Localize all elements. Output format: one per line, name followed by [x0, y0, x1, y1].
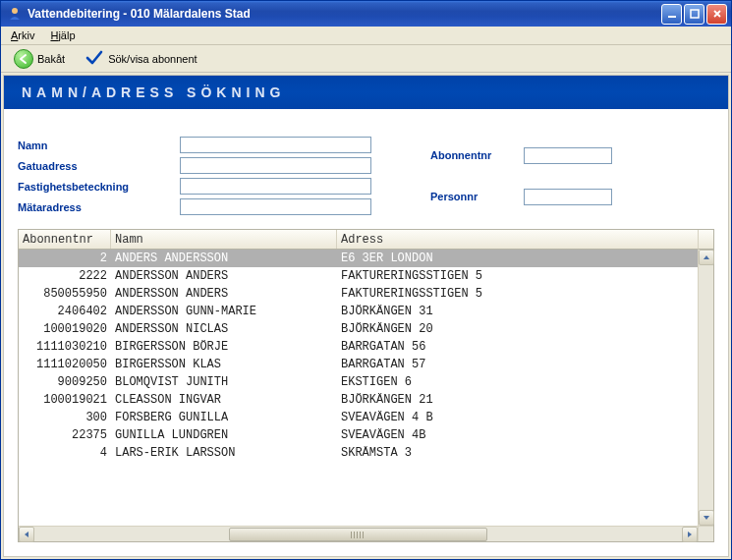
toolbar: Bakåt Sök/visa abonnent [1, 45, 731, 73]
cell-adress: E6 3ER LONDON [337, 252, 698, 265]
table-row[interactable]: 4LARS-ERIK LARSSONSKRÅMSTA 3 [19, 444, 698, 462]
personnr-input[interactable] [524, 189, 612, 205]
svg-rect-2 [691, 10, 699, 18]
table-row[interactable]: 2406402ANDERSSON GUNN-MARIEBJÖRKÄNGEN 31 [19, 303, 698, 320]
cell-abonnentnr: 4 [19, 446, 111, 460]
close-button[interactable] [706, 4, 727, 25]
cell-abonnentnr: 850055950 [19, 287, 111, 301]
cell-abonnentnr: 2 [19, 252, 111, 265]
abonnentnr-input[interactable] [524, 147, 612, 164]
cell-namn: BIRGERSSON KLAS [111, 358, 337, 371]
minimize-button[interactable] [661, 4, 682, 25]
menubar: Arkiv Hjälp [1, 27, 731, 45]
cell-adress: FAKTURERINGSSTIGEN 5 [337, 269, 698, 283]
menu-arkiv[interactable]: Arkiv [5, 28, 40, 42]
namn-input[interactable] [180, 137, 371, 153]
table-row[interactable]: 300FORSBERG GUNILLASVEAVÄGEN 4 B [19, 409, 698, 426]
col-namn[interactable]: Namn [111, 230, 337, 249]
cell-namn: ANDERSSON GUNN-MARIE [111, 305, 337, 318]
scroll-up-button[interactable] [699, 250, 714, 265]
table-row[interactable]: 1111020050BIRGERSSON KLASBARRGATAN 57 [19, 356, 698, 373]
table-row[interactable]: 100019021CLEASSON INGVARBJÖRKÄNGEN 21 [19, 391, 698, 409]
cell-namn: CLEASSON INGVAR [111, 393, 337, 407]
cell-abonnentnr: 2222 [19, 269, 111, 283]
cell-adress: SVEAVÄGEN 4B [337, 428, 698, 442]
table-row[interactable]: 2222ANDERSSON ANDERSFAKTURERINGSSTIGEN 5 [19, 267, 698, 285]
abonnentnr-label: Abonnentnr [430, 149, 514, 161]
cell-adress: BJÖRKÄNGEN 31 [337, 305, 698, 318]
cell-namn: ANDERSSON ANDERS [111, 269, 337, 283]
form-right-column: Abonnentnr Personnr [430, 137, 612, 215]
horizontal-scrollbar[interactable] [19, 526, 698, 541]
matar-input[interactable] [180, 198, 371, 215]
scroll-left-button[interactable] [19, 527, 34, 542]
page-title: NAMN/ADRESS SÖKNING [4, 76, 728, 109]
cell-abonnentnr: 22375 [19, 428, 111, 442]
table-row[interactable]: 22375GUNILLA LUNDGRENSVEAVÄGEN 4B [19, 426, 698, 444]
check-icon [84, 48, 104, 70]
scroll-right-button[interactable] [682, 527, 698, 542]
results-table: Abonnentnr Namn Adress 2ANDERS ANDERSSON… [18, 229, 714, 542]
back-button[interactable]: Bakåt [7, 46, 72, 72]
search-subscriber-button[interactable]: Sök/visa abonnent [78, 45, 204, 73]
table-body: 2ANDERS ANDERSSONE6 3ER LONDON2222ANDERS… [19, 250, 698, 526]
cell-abonnentnr: 100019021 [19, 393, 111, 407]
cell-adress: BJÖRKÄNGEN 21 [337, 393, 698, 407]
cell-namn: ANDERSSON ANDERS [111, 287, 337, 301]
table-header: Abonnentnr Namn Adress [19, 230, 698, 250]
gatuadress-input[interactable] [180, 157, 371, 174]
menu-hjalp[interactable]: Hjälp [44, 28, 81, 42]
fastighet-input[interactable] [180, 178, 371, 195]
table-row[interactable]: 2ANDERS ANDERSSONE6 3ER LONDON [19, 250, 698, 267]
window-buttons [661, 4, 727, 25]
app-icon [7, 6, 23, 22]
cell-adress: SVEAVÄGEN 4 B [337, 411, 698, 424]
cell-namn: BIRGERSSON BÖRJE [111, 340, 337, 354]
cell-namn: FORSBERG GUNILLA [111, 411, 337, 424]
cell-abonnentnr: 1111030210 [19, 340, 111, 354]
maximize-button[interactable] [684, 4, 704, 25]
gatuadress-label: Gatuadress [18, 160, 170, 172]
vscroll-track[interactable] [699, 265, 713, 510]
cell-adress: SKRÅMSTA 3 [337, 446, 698, 460]
cell-adress: BARRGATAN 56 [337, 340, 698, 354]
cell-adress: EKSTIGEN 6 [337, 375, 698, 389]
search-form: Namn Gatuadress Fastighetsbeteckning Mät… [4, 109, 728, 225]
cell-abonnentnr: 9009250 [19, 375, 111, 389]
svg-point-0 [12, 8, 18, 14]
cell-abonnentnr: 300 [19, 411, 111, 424]
cell-namn: LARS-ERIK LARSSON [111, 446, 337, 460]
col-adress[interactable]: Adress [337, 230, 698, 249]
table-row[interactable]: 850055950ANDERSSON ANDERSFAKTURERINGSSTI… [19, 285, 698, 303]
grip-icon [351, 532, 365, 538]
back-icon [14, 49, 33, 69]
scroll-corner-bottom [698, 526, 713, 541]
cell-abonnentnr: 2406402 [19, 305, 111, 318]
cell-namn: ANDERSSON NICLAS [111, 322, 337, 336]
table-row[interactable]: 100019020ANDERSSON NICLASBJÖRKÄNGEN 20 [19, 320, 698, 338]
scroll-down-button[interactable] [699, 510, 714, 526]
table-row[interactable]: 9009250BLOMQVIST JUNITHEKSTIGEN 6 [19, 373, 698, 391]
titlebar: Vattendebitering - 010 Mälardalens Stad [1, 1, 731, 27]
table-row[interactable]: 1111030210BIRGERSSON BÖRJEBARRGATAN 56 [19, 338, 698, 356]
back-label: Bakåt [37, 53, 65, 65]
application-window: Vattendebitering - 010 Mälardalens Stad … [0, 0, 732, 560]
scroll-corner-top [698, 230, 713, 250]
vertical-scrollbar[interactable] [698, 250, 713, 526]
cell-adress: BARRGATAN 57 [337, 358, 698, 371]
cell-abonnentnr: 100019020 [19, 322, 111, 336]
search-subscriber-label: Sök/visa abonnent [108, 53, 197, 65]
cell-namn: ANDERS ANDERSSON [111, 252, 337, 265]
form-left-column: Namn Gatuadress Fastighetsbeteckning Mät… [18, 137, 371, 215]
cell-adress: BJÖRKÄNGEN 20 [337, 322, 698, 336]
hscroll-track[interactable] [34, 527, 682, 541]
namn-label: Namn [18, 140, 170, 151]
cell-abonnentnr: 1111020050 [19, 358, 111, 371]
personnr-label: Personnr [430, 191, 514, 202]
svg-rect-1 [668, 16, 676, 18]
content-panel: NAMN/ADRESS SÖKNING Namn Gatuadress Fast… [3, 75, 729, 557]
window-title: Vattendebitering - 010 Mälardalens Stad [28, 7, 661, 21]
col-abonnentnr[interactable]: Abonnentnr [19, 230, 111, 249]
fastighet-label: Fastighetsbeteckning [18, 181, 170, 193]
hscroll-thumb[interactable] [229, 528, 488, 541]
